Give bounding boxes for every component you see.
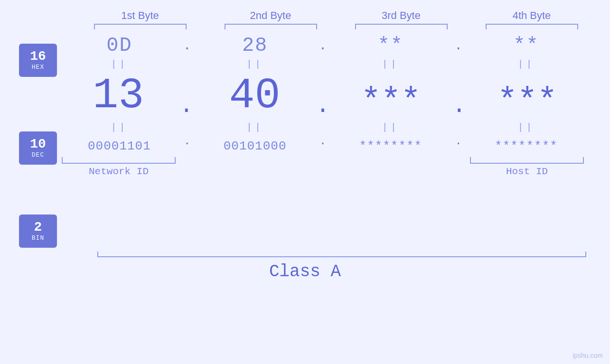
dec-dot1: . <box>179 94 194 118</box>
eq1-b4: || <box>474 59 578 70</box>
hex-badge: 16 HEX <box>19 44 57 77</box>
hex-row: 0D . 28 . ** . ** <box>62 34 584 57</box>
hex-dot1: . <box>182 38 192 53</box>
base-labels: 16 HEX 10 DEC 2 BIN <box>19 44 57 248</box>
eq1-b3: || <box>338 59 443 70</box>
dec-name: DEC <box>32 152 44 159</box>
hex-name: HEX <box>32 64 44 71</box>
dec-b1: 13 <box>93 72 144 120</box>
bin-b3: ******** <box>359 139 422 153</box>
byte1-header: 1st Byte <box>88 9 192 22</box>
host-id-label: Host ID <box>470 166 584 177</box>
dec-b2-cell: 40 <box>202 72 307 120</box>
hex-b1: 0D <box>106 34 132 57</box>
eq1-b1: || <box>67 59 171 70</box>
dec-dot3: . <box>452 94 466 118</box>
rows-area: 0D . 28 . ** . ** || || <box>62 34 610 177</box>
content-area: 16 HEX 10 DEC 2 BIN 0D . 28 <box>0 34 610 248</box>
hex-b4-cell: ** <box>474 34 578 57</box>
bin-b1: 00001101 <box>88 139 151 153</box>
network-id-label: Network ID <box>62 166 176 177</box>
dec-b3: *** <box>361 83 421 120</box>
eq2-b2: || <box>203 122 307 133</box>
bin-b2: 00101000 <box>224 139 287 153</box>
class-label: Class A <box>0 262 610 281</box>
byte-headers: 1st Byte 2nd Byte 3rd Byte 4th Byte <box>75 9 597 22</box>
byte3-header: 3rd Byte <box>349 9 453 22</box>
eq2-b3: || <box>338 122 443 133</box>
big-bottom-bracket <box>97 252 586 257</box>
hex-b1-cell: 0D <box>67 34 171 57</box>
net-bracket <box>62 157 176 164</box>
dec-badge: 10 DEC <box>19 131 57 165</box>
bracket-b4 <box>486 24 578 29</box>
hex-b2-cell: 28 <box>203 34 307 57</box>
bottom-bracket-row <box>62 157 584 164</box>
dec-dot2: . <box>316 94 330 118</box>
bottom-labels: Network ID Host ID <box>62 166 584 177</box>
eq2-b4: || <box>474 122 578 133</box>
hex-dot3: . <box>454 38 463 53</box>
hex-dot2: . <box>318 38 328 53</box>
hex-b3-cell: ** <box>338 34 443 57</box>
bracket-b1 <box>94 24 187 29</box>
dec-b2: 40 <box>229 72 280 120</box>
hex-num: 16 <box>30 49 46 64</box>
bin-dot2: . <box>318 135 328 148</box>
equals-row-2: || || || || <box>62 122 584 133</box>
dec-b3-cell: *** <box>339 83 443 120</box>
dec-b4: *** <box>497 83 557 120</box>
bin-badge: 2 BIN <box>19 215 57 248</box>
host-bracket <box>470 157 584 164</box>
watermark: ipshu.com <box>572 352 603 359</box>
dec-num: 10 <box>30 137 46 152</box>
byte2-header: 2nd Byte <box>218 9 323 22</box>
bin-b1-cell: 00001101 <box>67 139 171 153</box>
dec-b1-cell: 13 <box>66 72 170 120</box>
main-container: 1st Byte 2nd Byte 3rd Byte 4th Byte 16 H… <box>0 0 610 364</box>
bracket-b3 <box>355 24 448 29</box>
equals-row-1: || || || || <box>62 59 584 70</box>
bin-dot1: . <box>182 135 192 148</box>
dec-b4-cell: *** <box>475 83 580 120</box>
bracket-b2 <box>225 24 317 29</box>
bin-b4: ******** <box>495 139 558 153</box>
dec-row: 13 . 40 . *** . *** <box>62 72 584 120</box>
bin-b4-cell: ******** <box>474 139 578 153</box>
bin-row: 00001101 . 00101000 . ******** . *******… <box>62 135 584 153</box>
eq2-b1: || <box>67 122 171 133</box>
byte4-header: 4th Byte <box>479 9 584 22</box>
bin-name: BIN <box>32 235 44 242</box>
eq1-b2: || <box>203 59 307 70</box>
bin-num: 2 <box>34 220 42 235</box>
top-brackets <box>75 24 597 29</box>
bin-b3-cell: ******** <box>338 139 443 153</box>
hex-b2: 28 <box>242 34 268 57</box>
bin-b2-cell: 00101000 <box>203 139 307 153</box>
bin-dot3: . <box>454 135 463 148</box>
hex-b4: ** <box>513 34 539 57</box>
hex-b3: ** <box>378 34 404 57</box>
